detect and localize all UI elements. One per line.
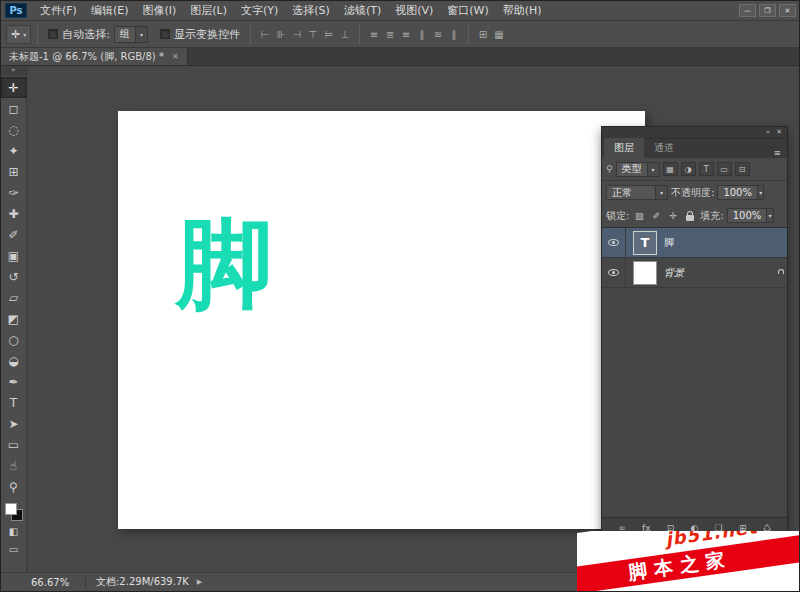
lock-image-pixels-icon[interactable]: ✐	[649, 209, 663, 223]
restore-button[interactable]: ❐	[759, 4, 776, 17]
distribute-bottom-icon[interactable]: ≡	[398, 29, 414, 40]
opacity-value: 100%	[718, 187, 757, 198]
align-left-icon[interactable]: ⊢	[257, 29, 273, 40]
workspace-options-icon[interactable]: ▦	[491, 29, 507, 40]
collapse-tools-icon[interactable]: »	[1, 66, 26, 76]
layer-row-text[interactable]: T 脚	[602, 228, 787, 258]
panel-menu-icon[interactable]: ≡	[773, 148, 787, 158]
background-layer-thumbnail[interactable]	[633, 261, 657, 285]
tool-gradient[interactable]: ◩	[1, 308, 27, 329]
minimize-button[interactable]: —	[739, 4, 756, 17]
distribute-vcenter-icon[interactable]: ≣	[382, 29, 398, 40]
tool-eyedropper[interactable]: ✑	[1, 182, 27, 203]
tool-eraser[interactable]: ▱	[1, 287, 27, 308]
tool-type[interactable]: T	[1, 392, 27, 413]
auto-align-layers-icon[interactable]: ⊞	[475, 29, 491, 40]
layer-row-background[interactable]: 背景	[602, 258, 787, 288]
visibility-toggle[interactable]	[602, 258, 626, 287]
menu-layer[interactable]: 图层(L)	[183, 1, 234, 20]
menu-image[interactable]: 图像(I)	[135, 1, 183, 20]
tool-quick-selection[interactable]: ✦	[1, 140, 27, 161]
tool-path-selection[interactable]: ➤	[1, 413, 27, 434]
tool-brush[interactable]: ✐	[1, 224, 27, 245]
move-tool-icon: ✛	[11, 28, 20, 41]
auto-select-checkbox[interactable]	[48, 29, 58, 39]
align-right-icon[interactable]: ⊣	[289, 29, 305, 40]
tool-pen[interactable]: ✒	[1, 371, 27, 392]
menu-select[interactable]: 选择(S)	[285, 1, 337, 20]
layer-name[interactable]: 背景	[664, 266, 684, 280]
site-watermark: jb51.net 脚本之家	[577, 531, 799, 591]
show-transform-checkbox[interactable]	[160, 29, 170, 39]
status-options-arrow-icon[interactable]: ▶	[197, 578, 202, 586]
tab-layers[interactable]: 图层	[604, 138, 644, 158]
tool-clone-stamp[interactable]: ▣	[1, 245, 27, 266]
tool-move[interactable]: ✛	[1, 77, 27, 98]
distribute-left-icon[interactable]: ∥	[414, 29, 430, 40]
chevron-down-icon: ▾	[647, 163, 659, 176]
chevron-down-icon: ▾	[757, 186, 763, 199]
tool-lasso[interactable]: ◌	[1, 119, 27, 140]
align-top-icon[interactable]: ⊤	[305, 29, 321, 40]
menu-window[interactable]: 窗口(W)	[440, 1, 495, 20]
menu-view[interactable]: 视图(V)	[388, 1, 440, 20]
tab-channels[interactable]: 通道	[644, 138, 684, 158]
document-tab[interactable]: 未标题-1 @ 66.7% (脚, RGB/8) * ✕	[1, 48, 188, 65]
tool-rectangle[interactable]: ▭	[1, 434, 27, 455]
fill-value: 100%	[728, 210, 767, 221]
close-button[interactable]: ✕	[779, 4, 796, 17]
tool-spot-healing-brush[interactable]: ✚	[1, 203, 27, 224]
align-center-h-icon[interactable]: ⊪	[273, 29, 289, 40]
filter-type-dropdown[interactable]: 类型 ▾	[616, 162, 660, 177]
tool-blur[interactable]: ○	[1, 329, 27, 350]
tool-hand[interactable]: ☝	[1, 455, 27, 476]
lock-position-icon[interactable]: ✛	[666, 209, 680, 223]
filter-type-layers-icon[interactable]: T	[699, 162, 714, 176]
filter-pixel-layers-icon[interactable]: ▦	[663, 162, 678, 176]
close-icon[interactable]: ✕	[172, 52, 179, 61]
auto-select-dropdown[interactable]: 组 ▾	[114, 26, 148, 43]
color-swatches[interactable]	[4, 502, 24, 522]
menu-type[interactable]: 文字(Y)	[234, 1, 285, 20]
menu-edit[interactable]: 编辑(E)	[84, 1, 136, 20]
lock-row: 锁定: ▨ ✐ ✛ 填充: 100% ▾	[602, 204, 787, 227]
tool-history-brush[interactable]: ↺	[1, 266, 27, 287]
lock-all-icon[interactable]	[683, 209, 697, 223]
menu-filter[interactable]: 滤镜(T)	[337, 1, 388, 20]
distribute-hcenter-icon[interactable]: ≋	[430, 29, 446, 40]
screen-mode-button[interactable]: ▭	[1, 540, 27, 558]
align-center-v-icon[interactable]: ⊨	[321, 29, 337, 40]
chevron-down-icon: ▾	[655, 186, 667, 199]
menu-help[interactable]: 帮助(H)	[496, 1, 549, 20]
layer-name[interactable]: 脚	[664, 236, 674, 250]
lock-transparent-pixels-icon[interactable]: ▨	[632, 209, 646, 223]
lock-label: 锁定:	[606, 209, 629, 223]
filter-smart-objects-icon[interactable]: ⊡	[735, 162, 750, 176]
tool-preset-picker[interactable]: ✛ ▾	[6, 25, 31, 44]
opacity-dropdown[interactable]: 100% ▾	[717, 185, 764, 200]
distribute-right-icon[interactable]: ∥	[446, 29, 462, 40]
tool-rectangular-marquee[interactable]: ◻	[1, 98, 27, 119]
auto-select-value: 组	[115, 27, 135, 41]
document-canvas[interactable]: 脚	[118, 111, 645, 529]
visibility-toggle[interactable]	[602, 228, 626, 257]
filter-adjustment-layers-icon[interactable]: ◑	[681, 162, 696, 176]
tool-zoom[interactable]: ⚲	[1, 476, 27, 497]
tool-dodge[interactable]: ◒	[1, 350, 27, 371]
distribute-top-icon[interactable]: ≡	[366, 29, 382, 40]
close-panel-icon[interactable]: ✕	[776, 129, 782, 136]
filter-shape-layers-icon[interactable]: ▭	[717, 162, 732, 176]
tool-crop[interactable]: ⊞	[1, 161, 27, 182]
collapse-panel-icon[interactable]: «	[766, 129, 770, 136]
show-transform-label: 显示变换控件	[174, 27, 240, 42]
foreground-color-swatch[interactable]	[5, 503, 17, 515]
menu-file[interactable]: 文件(F)	[33, 1, 84, 20]
zoom-level-field[interactable]: 66.67%	[31, 577, 75, 588]
quick-mask-button[interactable]: ◧	[1, 522, 27, 540]
blend-mode-dropdown[interactable]: 正常 ▾	[606, 185, 668, 200]
text-layer-thumbnail[interactable]: T	[633, 231, 657, 255]
align-bottom-icon[interactable]: ⊥	[337, 29, 353, 40]
layer-list: T 脚 背景	[602, 227, 787, 517]
fill-dropdown[interactable]: 100% ▾	[727, 208, 774, 223]
document-size-info: 文档:2.29M/639.7K	[96, 575, 189, 589]
